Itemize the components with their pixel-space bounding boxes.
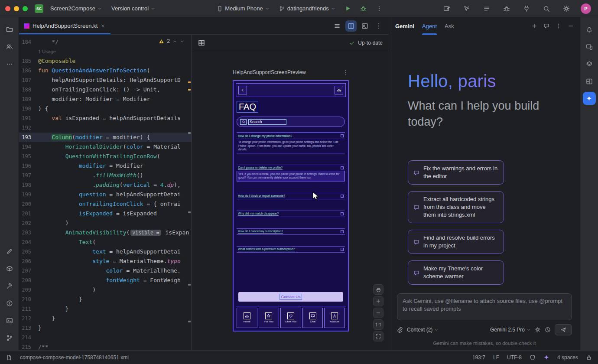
run-configuration-selector[interactable]: datingandfriends bbox=[276, 3, 338, 13]
shield-icon[interactable] bbox=[530, 354, 536, 361]
code-line[interactable]: 195 QuestionWithTrailingIconRow( bbox=[19, 152, 192, 161]
app-inspection-button[interactable] bbox=[582, 75, 596, 88]
code-line[interactable]: 1 Usage bbox=[19, 47, 192, 56]
statusbar-filename[interactable]: compose-compose-model-1758748140651.xml bbox=[20, 354, 129, 361]
minimize-window-button[interactable] bbox=[14, 6, 19, 11]
preview-canvas[interactable]: HelpAndSupportScreenPreview FAQ bbox=[192, 51, 389, 350]
packages-button[interactable] bbox=[3, 262, 16, 276]
gemini-prompt-input[interactable]: Ask Gemini, use @filename to attach sour… bbox=[397, 293, 572, 320]
code-line[interactable]: 214 bbox=[19, 333, 192, 342]
code-line[interactable]: 202 ) bbox=[19, 218, 192, 228]
device-selector[interactable]: Medium Phone bbox=[214, 3, 272, 13]
suggestion-card[interactable]: Fix the warnings and errors in the edito… bbox=[408, 160, 504, 185]
more-vertical-icon[interactable] bbox=[556, 23, 562, 29]
code-line[interactable]: 187 helpAndSupportDetails: HelpAndSuppor… bbox=[19, 75, 192, 85]
indent-config[interactable]: 4 spaces bbox=[557, 354, 578, 361]
running-devices-button[interactable] bbox=[582, 40, 596, 54]
terminal-button[interactable] bbox=[3, 314, 16, 328]
problems-button[interactable] bbox=[3, 296, 16, 310]
zoom-out-button[interactable] bbox=[373, 308, 384, 318]
code-line[interactable]: 196 modifier = Modifier bbox=[19, 161, 192, 171]
device-mirroring-button[interactable] bbox=[441, 3, 452, 14]
code-line[interactable]: 205 text = helpAndSupportDetai bbox=[19, 247, 192, 257]
code-line[interactable]: 189 modifier: Modifier = Modifier bbox=[19, 94, 192, 104]
code-line[interactable]: 204 Text( bbox=[19, 237, 192, 247]
preview-layout-icon[interactable] bbox=[198, 39, 205, 46]
layout-inspector-button[interactable] bbox=[582, 57, 596, 71]
code-line[interactable]: 199 question = helpAndSupportDetai bbox=[19, 190, 192, 199]
pen-tool-button[interactable] bbox=[3, 244, 16, 258]
plugins-button[interactable] bbox=[521, 3, 532, 14]
preview-menu-icon[interactable] bbox=[343, 69, 349, 75]
run-button[interactable] bbox=[342, 3, 354, 14]
error-stripe[interactable] bbox=[187, 35, 192, 350]
lock-icon[interactable] bbox=[586, 354, 592, 361]
code-line[interactable]: 213} bbox=[19, 323, 192, 333]
code-line[interactable]: 194 HorizontalDivider(color = Material bbox=[19, 142, 192, 152]
code-line[interactable]: 201 isExpanded = isExpanded bbox=[19, 209, 192, 218]
suggestion-card[interactable]: Extract all hardcoded strings from this … bbox=[408, 191, 504, 223]
stripe-mark[interactable] bbox=[188, 321, 191, 322]
next-issue-icon[interactable] bbox=[180, 39, 185, 44]
gemini-status-icon[interactable] bbox=[543, 354, 549, 361]
code-line[interactable]: 192 bbox=[19, 123, 192, 133]
search-everywhere-button[interactable] bbox=[541, 3, 552, 14]
zoom-to-fit-button[interactable] bbox=[373, 331, 384, 341]
project-toolwindow-button[interactable] bbox=[3, 23, 16, 36]
inspections-widget[interactable]: 2 bbox=[159, 38, 185, 44]
attach-icon[interactable] bbox=[397, 327, 403, 333]
code-line[interactable]: 207 color = MaterialTheme. bbox=[19, 266, 192, 276]
code-line[interactable]: 206 style = MaterialTheme.typo bbox=[19, 257, 192, 266]
debug-button[interactable] bbox=[358, 3, 369, 14]
code-line[interactable]: 211 } bbox=[19, 304, 192, 314]
close-tab-icon[interactable] bbox=[101, 23, 105, 28]
code-line[interactable]: 209 ) bbox=[19, 285, 192, 295]
task-list-button[interactable] bbox=[481, 3, 492, 14]
code-line[interactable]: 210 } bbox=[19, 295, 192, 304]
stripe-mark[interactable] bbox=[188, 284, 191, 286]
suggestion-card[interactable]: Find and resolve build errors in my proj… bbox=[408, 230, 504, 254]
code-line[interactable]: 215/** bbox=[19, 342, 192, 350]
zoom-in-button[interactable] bbox=[373, 296, 384, 306]
file-encoding[interactable]: UTF-8 bbox=[507, 354, 522, 361]
line-separator[interactable]: LF bbox=[493, 354, 499, 361]
code-line[interactable]: 200 onTrailingIconClick = { onTrai bbox=[19, 199, 192, 209]
send-button[interactable] bbox=[555, 324, 572, 335]
zoom-reset-button[interactable]: 1:1 bbox=[373, 319, 384, 330]
version-control-menu[interactable]: Version control bbox=[109, 3, 158, 13]
editor-tab[interactable]: HelpAndSupportScreen.kt bbox=[19, 17, 110, 34]
conversations-icon[interactable] bbox=[543, 23, 549, 29]
gemini-settings-icon[interactable] bbox=[535, 327, 541, 333]
more-toolwindows-button[interactable] bbox=[3, 57, 16, 71]
code-line[interactable]: 208 fontWeight = FontWeigh bbox=[19, 276, 192, 285]
code-line[interactable]: 193 Column(modifier = modifier) { bbox=[19, 133, 192, 142]
split-mode-button[interactable] bbox=[345, 20, 357, 32]
design-mode-button[interactable] bbox=[359, 20, 370, 32]
warning-stripe-mark[interactable] bbox=[188, 81, 191, 83]
code-line[interactable]: 203 AnimatedVisibility(visible = isExpan bbox=[19, 228, 192, 237]
project-menu[interactable]: Screen2Compose bbox=[48, 3, 104, 13]
tab-ask[interactable]: Ask bbox=[445, 17, 454, 35]
code-line[interactable]: 188 onTrailingIconClick: () -> Unit, bbox=[19, 85, 192, 94]
gemini-toolwindow-button[interactable] bbox=[583, 92, 596, 105]
code-line[interactable]: 190) { bbox=[19, 104, 192, 114]
warning-stripe-mark[interactable] bbox=[188, 89, 191, 91]
editor-menu-button[interactable] bbox=[332, 20, 343, 32]
stripe-mark[interactable] bbox=[188, 211, 191, 213]
build-button[interactable] bbox=[3, 279, 16, 293]
editor-options-button[interactable] bbox=[373, 20, 384, 32]
more-run-actions-button[interactable] bbox=[374, 3, 385, 14]
preview-name[interactable]: HelpAndSupportScreenPreview bbox=[233, 69, 306, 75]
context-dropdown[interactable]: Context (2) bbox=[407, 327, 439, 333]
settings-button[interactable] bbox=[561, 3, 572, 14]
structure-toolwindow-button[interactable] bbox=[3, 40, 16, 54]
caret-position[interactable]: 193:7 bbox=[472, 354, 485, 361]
zoom-window-button[interactable] bbox=[23, 6, 28, 11]
new-chat-icon[interactable] bbox=[531, 23, 537, 29]
close-window-button[interactable] bbox=[5, 6, 10, 11]
code-line[interactable]: 197 .fillMaxWidth() bbox=[19, 171, 192, 180]
code-inspection-button[interactable] bbox=[501, 3, 512, 14]
history-icon[interactable] bbox=[545, 327, 551, 333]
suggestion-card[interactable]: Make my Theme's color scheme warmer bbox=[408, 260, 504, 285]
user-avatar[interactable]: P bbox=[581, 3, 591, 14]
